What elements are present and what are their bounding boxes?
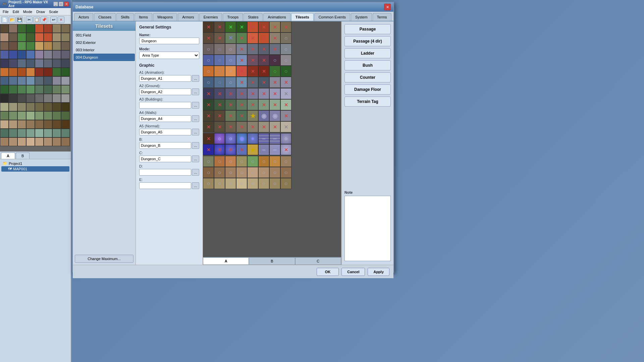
menu-file[interactable]: File — [1, 9, 11, 14]
database-window: Database ✕ Actors Classes Skills Items W… — [72, 2, 394, 273]
graphic-a4-label: A4 (Walls): — [139, 111, 199, 115]
tile-preview-area — [0, 24, 71, 152]
bush-button[interactable]: Bush — [344, 60, 391, 70]
toolbar-cut[interactable]: ✂ — [26, 16, 33, 23]
tile-tab-bar: A B C — [203, 257, 341, 265]
tileset-list-panel: Tilesets 001:Field 002:Exterior 003:Inte… — [73, 21, 136, 265]
passage-button[interactable]: Passage — [344, 24, 391, 34]
graphic-c-browse[interactable]: … — [192, 156, 199, 162]
damage-floor-button[interactable]: Damage Floor — [344, 84, 391, 95]
toolbar-new[interactable]: 📄 — [1, 16, 8, 23]
graphic-a2-browse[interactable]: … — [192, 88, 199, 95]
graphic-a3-input[interactable] — [139, 102, 191, 109]
ladder-button[interactable]: Ladder — [344, 48, 391, 58]
toolbar-undo[interactable]: ↩ — [50, 16, 57, 23]
tab-weapons[interactable]: Weapons — [153, 13, 177, 21]
menu-scale[interactable]: Scale — [47, 9, 60, 14]
project-root-item[interactable]: 📁 Project1 — [1, 161, 69, 166]
tile-scroll-area[interactable]: ✕ ✕ ✕ ✕ ✕ ✕ ✕ ✕ ✕ ✕ ✕ — [203, 21, 341, 257]
tab-enemies[interactable]: Enemies — [199, 13, 222, 21]
toolbar-separator-2 — [49, 17, 49, 23]
tile-tab-a[interactable]: A — [203, 257, 249, 265]
tileset-item-004[interactable]: 004:Dungeon — [73, 54, 135, 61]
tab-animations[interactable]: Animations — [263, 13, 290, 21]
tab-classes[interactable]: Classes — [94, 13, 116, 21]
tab-troops[interactable]: Troops — [223, 13, 243, 21]
tab-armors[interactable]: Armors — [178, 13, 198, 21]
cancel-button[interactable]: Cancel — [341, 268, 365, 276]
graphic-b-input[interactable] — [139, 142, 191, 149]
tileset-item-001[interactable]: 001:Field — [73, 32, 135, 39]
db-tab-bar: Actors Classes Skills Items Weapons Armo… — [73, 12, 393, 21]
tab-items[interactable]: Items — [135, 13, 152, 21]
toolbar-separator-1 — [24, 17, 24, 23]
menu-bar: File Edit Mode Draw Scale — [0, 8, 71, 15]
toolbar-copy[interactable]: 📋 — [33, 16, 40, 23]
terrain-tag-button[interactable]: Terrain Tag — [344, 97, 391, 107]
apply-button[interactable]: Apply — [368, 268, 389, 276]
toolbar-save[interactable]: 💾 — [16, 16, 23, 23]
graphic-a2-input[interactable] — [139, 88, 191, 95]
graphic-b-label: B: — [139, 137, 199, 141]
graphic-a1-browse[interactable]: … — [192, 75, 199, 82]
ok-button[interactable]: OK — [317, 268, 339, 276]
graphic-d-browse[interactable]: … — [192, 169, 199, 176]
graphic-a4-browse[interactable]: … — [192, 115, 199, 122]
graphic-a1-input[interactable] — [139, 75, 191, 82]
close-app-button[interactable]: ✕ — [64, 2, 69, 6]
note-label: Note — [344, 190, 391, 194]
db-title-bar: Database ✕ — [73, 2, 393, 12]
tab-system[interactable]: System — [351, 13, 372, 21]
tile-display-panel: ✕ ✕ ✕ ✕ ✕ ✕ ✕ ✕ ✕ ✕ ✕ — [203, 21, 341, 265]
counter-button[interactable]: Counter — [344, 72, 391, 82]
tile-tab-c[interactable]: C — [295, 257, 341, 265]
graphic-a5-input[interactable] — [139, 129, 191, 135]
tab-common-events[interactable]: Common Events — [314, 13, 350, 21]
side-tabs: A B — [0, 152, 71, 159]
tab-terms[interactable]: Terms — [373, 13, 391, 21]
name-input[interactable] — [139, 38, 199, 44]
db-close-button[interactable]: ✕ — [384, 4, 391, 10]
map-item[interactable]: 🗺 MAP001 — [1, 166, 69, 172]
right-panel: Passage Passage (4 dir) Ladder Bush Coun… — [341, 21, 393, 265]
tab-actors[interactable]: Actors — [74, 13, 93, 21]
tab-tilesets[interactable]: Tilesets — [291, 13, 314, 21]
tab-states[interactable]: States — [244, 13, 263, 21]
menu-mode[interactable]: Mode — [21, 9, 35, 14]
graphic-c-input[interactable] — [139, 156, 191, 162]
tileset-item-003[interactable]: 003:Interior — [73, 46, 135, 54]
toolbar-paste[interactable]: 📌 — [41, 16, 47, 23]
settings-panel: General Settings Name: Mode: Area Type W… — [136, 21, 203, 265]
graphic-e-input[interactable] — [139, 182, 191, 189]
graphic-e-browse[interactable]: … — [192, 182, 199, 189]
tileset-item-002[interactable]: 002:Exterior — [73, 39, 135, 46]
menu-edit[interactable]: Edit — [11, 9, 21, 14]
passage-4dir-button[interactable]: Passage (4 dir) — [344, 36, 391, 46]
graphic-a3-browse[interactable]: … — [192, 102, 199, 109]
graphic-a5-browse[interactable]: … — [192, 129, 199, 135]
minimize-button[interactable]: _ — [53, 2, 58, 6]
note-textarea[interactable] — [344, 196, 391, 261]
toolbar-open[interactable]: 📂 — [9, 16, 15, 23]
tileset-list: 001:Field 002:Exterior 003:Interior 004:… — [73, 31, 136, 253]
map-icon: 🗺 — [8, 167, 12, 171]
graphic-a4-input[interactable] — [139, 115, 191, 122]
mode-select[interactable]: Area Type World Type — [139, 52, 199, 59]
app-title: Project1 - RPG Maker VX Ace — [8, 0, 53, 8]
name-label: Name: — [139, 33, 199, 37]
note-section: Note — [344, 190, 391, 262]
graphic-c-label: C: — [139, 151, 199, 155]
graphic-d-input[interactable] — [139, 169, 191, 176]
graphic-b-browse[interactable]: … — [192, 142, 199, 149]
tab-skills[interactable]: Skills — [116, 13, 134, 21]
menu-draw[interactable]: Draw — [34, 9, 47, 14]
toolbar-delete[interactable]: ✕ — [58, 16, 64, 23]
maximize-button[interactable]: □ — [59, 2, 63, 6]
side-tab-a[interactable]: A — [1, 153, 15, 159]
name-row: Name: — [139, 33, 199, 44]
tile-tab-b[interactable]: B — [249, 257, 295, 265]
change-maximum-button[interactable]: Change Maximum... — [75, 255, 133, 263]
mode-label: Mode: — [139, 47, 199, 51]
side-tab-b[interactable]: B — [16, 153, 30, 159]
graphic-a3-label: A3 (Buildings): — [139, 97, 199, 101]
